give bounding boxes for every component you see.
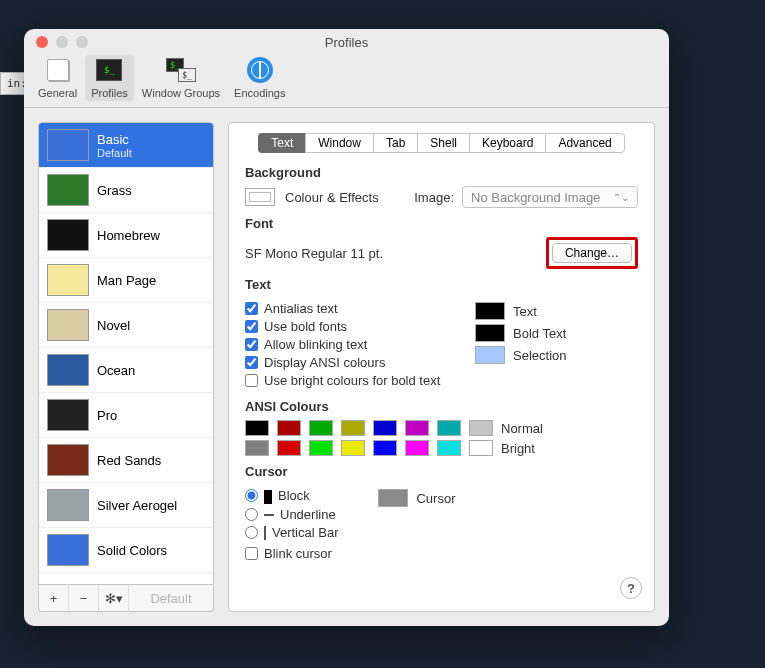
ansi-color-well[interactable] xyxy=(309,420,333,436)
ansi-color-well[interactable] xyxy=(405,420,429,436)
profile-name-label: Grass xyxy=(97,183,132,198)
help-button[interactable]: ? xyxy=(620,577,642,599)
ansi-heading: ANSI Colours xyxy=(245,399,638,414)
minimize-icon[interactable] xyxy=(56,36,68,48)
profile-name-label: Ocean xyxy=(97,363,135,378)
ansi-row-label: Bright xyxy=(501,441,535,456)
zoom-icon[interactable] xyxy=(76,36,88,48)
color-well-bold-text[interactable] xyxy=(475,324,505,342)
profiles-sidebar: BasicDefaultGrassHomebrewMan PageNovelOc… xyxy=(38,122,214,612)
checkbox-antialias-text[interactable] xyxy=(245,302,258,315)
ansi-color-well[interactable] xyxy=(373,420,397,436)
ansi-color-well[interactable] xyxy=(341,420,365,436)
globe-icon xyxy=(247,57,273,83)
background-color-well[interactable] xyxy=(245,188,275,206)
profile-settings-panel: TextWindowTabShellKeyboardAdvanced Backg… xyxy=(228,122,655,612)
tab-window[interactable]: Window xyxy=(305,133,373,153)
titlebar: Profiles xyxy=(24,29,669,55)
tab-tab[interactable]: Tab xyxy=(373,133,417,153)
color-well-text[interactable] xyxy=(475,302,505,320)
profile-thumbnail xyxy=(47,444,89,476)
cursor-radio-underline[interactable] xyxy=(245,508,258,521)
ansi-row-label: Normal xyxy=(501,421,543,436)
ansi-color-well[interactable] xyxy=(309,440,333,456)
toolbar-general[interactable]: General xyxy=(32,55,83,101)
toolbar-profiles[interactable]: $_ Profiles xyxy=(85,55,134,101)
ansi-color-well[interactable] xyxy=(405,440,429,456)
font-heading: Font xyxy=(245,216,638,231)
background-image-select[interactable]: No Background Image ⌃⌄ xyxy=(462,186,638,208)
checkbox-label: Allow blinking text xyxy=(264,337,367,352)
profile-list[interactable]: BasicDefaultGrassHomebrewMan PageNovelOc… xyxy=(38,122,214,585)
toolbar-encodings[interactable]: Encodings xyxy=(228,55,291,101)
make-default-button[interactable]: Default xyxy=(129,585,213,611)
tab-text[interactable]: Text xyxy=(258,133,305,153)
profile-item-grass[interactable]: Grass xyxy=(39,168,213,213)
profile-thumbnail xyxy=(47,309,89,341)
colour-effects-label: Colour & Effects xyxy=(285,190,379,205)
cursor-radio-label: Vertical Bar xyxy=(272,525,338,540)
tab-advanced[interactable]: Advanced xyxy=(545,133,624,153)
swatch-label: Text xyxy=(513,304,537,319)
preferences-window: Profiles General $_ Profiles $_$_ Window… xyxy=(24,29,669,626)
profile-item-man-page[interactable]: Man Page xyxy=(39,258,213,303)
checkbox-display-ansi-colours[interactable] xyxy=(245,356,258,369)
cursor-radio-vertical-bar[interactable] xyxy=(245,526,258,539)
cursor-radio-label: Underline xyxy=(280,507,336,522)
window-title: Profiles xyxy=(325,35,368,50)
add-profile-button[interactable]: + xyxy=(39,585,69,611)
ansi-color-well[interactable] xyxy=(245,420,269,436)
checkbox-label: Use bold fonts xyxy=(264,319,347,334)
profile-thumbnail xyxy=(47,219,89,251)
profile-name-label: Homebrew xyxy=(97,228,160,243)
profile-thumbnail xyxy=(47,399,89,431)
tab-keyboard[interactable]: Keyboard xyxy=(469,133,545,153)
tab-shell[interactable]: Shell xyxy=(417,133,469,153)
ansi-color-well[interactable] xyxy=(469,440,493,456)
swatch-label: Bold Text xyxy=(513,326,566,341)
ansi-color-well[interactable] xyxy=(277,420,301,436)
general-icon xyxy=(47,59,69,81)
ansi-color-well[interactable] xyxy=(437,440,461,456)
profile-thumbnail xyxy=(47,174,89,206)
prefs-toolbar: General $_ Profiles $_$_ Window Groups E… xyxy=(24,55,669,108)
color-well-selection[interactable] xyxy=(475,346,505,364)
checkbox-allow-blinking-text[interactable] xyxy=(245,338,258,351)
window-groups-icon: $_$_ xyxy=(166,58,196,82)
profile-item-homebrew[interactable]: Homebrew xyxy=(39,213,213,258)
ansi-color-well[interactable] xyxy=(245,440,269,456)
profile-item-ocean[interactable]: Ocean xyxy=(39,348,213,393)
toolbar-window-groups[interactable]: $_$_ Window Groups xyxy=(136,55,226,101)
profile-thumbnail xyxy=(47,129,89,161)
profile-item-silver-aerogel[interactable]: Silver Aerogel xyxy=(39,483,213,528)
change-font-button[interactable]: Change… xyxy=(552,243,632,263)
checkbox-use-bright-colours-for-bold-text[interactable] xyxy=(245,374,258,387)
cursor-color-well[interactable] xyxy=(378,489,408,507)
profile-item-pro[interactable]: Pro xyxy=(39,393,213,438)
settings-tabs: TextWindowTabShellKeyboardAdvanced xyxy=(245,133,638,153)
change-font-highlight: Change… xyxy=(546,237,638,269)
profile-name-label: Novel xyxy=(97,318,130,333)
checkbox-use-bold-fonts[interactable] xyxy=(245,320,258,333)
current-font-label: SF Mono Regular 11 pt. xyxy=(245,246,383,261)
blink-cursor-checkbox[interactable] xyxy=(245,547,258,560)
ansi-color-well[interactable] xyxy=(277,440,301,456)
cursor-preview-icon xyxy=(264,525,266,541)
profile-item-basic[interactable]: BasicDefault xyxy=(39,123,213,168)
close-icon[interactable] xyxy=(36,36,48,48)
image-label: Image: xyxy=(414,190,454,205)
ansi-color-well[interactable] xyxy=(341,440,365,456)
ansi-color-well[interactable] xyxy=(437,420,461,436)
blink-cursor-label: Blink cursor xyxy=(264,546,332,561)
cursor-radio-block[interactable] xyxy=(245,489,258,502)
ansi-color-well[interactable] xyxy=(469,420,493,436)
profile-actions-button[interactable]: ✻▾ xyxy=(99,585,129,611)
profile-item-red-sands[interactable]: Red Sands xyxy=(39,438,213,483)
ansi-color-well[interactable] xyxy=(373,440,397,456)
remove-profile-button[interactable]: − xyxy=(69,585,99,611)
profile-item-solid-colors[interactable]: Solid Colors xyxy=(39,528,213,573)
profile-name-label: Solid Colors xyxy=(97,543,167,558)
profile-item-novel[interactable]: Novel xyxy=(39,303,213,348)
profile-subtitle-label: Default xyxy=(97,147,132,159)
checkbox-label: Display ANSI colours xyxy=(264,355,385,370)
